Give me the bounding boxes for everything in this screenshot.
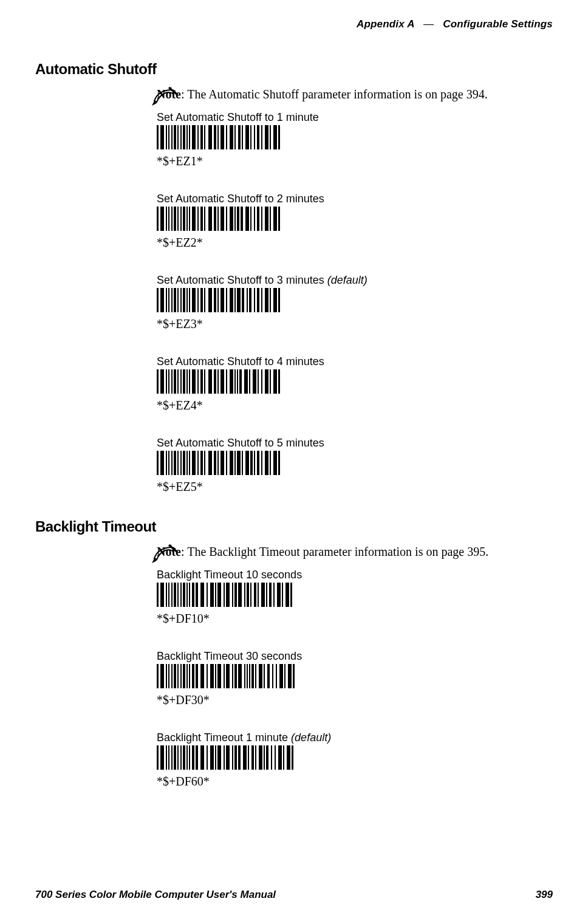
svg-rect-137	[160, 451, 164, 475]
svg-rect-208	[290, 583, 292, 607]
svg-rect-20	[214, 125, 216, 149]
svg-rect-148	[197, 451, 199, 475]
svg-rect-151	[208, 451, 212, 475]
svg-rect-201	[261, 583, 265, 607]
svg-rect-58	[234, 207, 236, 231]
svg-rect-191	[224, 583, 225, 607]
svg-rect-237	[259, 664, 262, 688]
entry-code: *$+DF60*	[157, 775, 553, 789]
svg-rect-61	[245, 207, 249, 231]
svg-rect-163	[257, 451, 259, 475]
svg-rect-59	[237, 207, 239, 231]
svg-rect-213	[171, 664, 173, 688]
svg-rect-6	[166, 125, 167, 149]
svg-rect-107	[171, 369, 173, 394]
entry-code: *$+EZ3*	[157, 317, 553, 331]
svg-rect-231	[238, 664, 242, 688]
page-header: Appendix A — Configurable Settings	[35, 18, 553, 30]
svg-rect-274	[264, 745, 265, 770]
svg-rect-32	[261, 125, 262, 149]
svg-rect-144	[183, 451, 185, 475]
svg-rect-17	[200, 125, 203, 149]
svg-rect-205	[277, 583, 281, 607]
svg-rect-25	[234, 125, 236, 149]
svg-rect-53	[214, 207, 216, 231]
svg-rect-185	[196, 583, 198, 607]
svg-rect-234	[249, 664, 250, 688]
svg-rect-179	[177, 583, 179, 607]
svg-rect-66	[265, 207, 268, 231]
svg-rect-280	[287, 745, 290, 770]
svg-rect-233	[247, 664, 248, 688]
svg-rect-245	[293, 664, 295, 688]
svg-rect-246	[157, 745, 159, 770]
svg-rect-43	[177, 207, 179, 231]
svg-rect-254	[183, 745, 185, 770]
svg-rect-91	[234, 288, 236, 312]
svg-rect-281	[292, 745, 293, 770]
svg-rect-202	[266, 583, 267, 607]
svg-rect-5	[160, 125, 164, 149]
svg-rect-124	[234, 369, 236, 394]
svg-rect-273	[259, 745, 262, 770]
svg-rect-261	[210, 745, 214, 770]
svg-rect-264	[224, 745, 225, 770]
barcode-icon	[157, 369, 553, 394]
svg-rect-116	[200, 369, 203, 394]
section-title-automatic-shutoff: Automatic Shutoff	[35, 61, 553, 78]
svg-rect-109	[177, 369, 179, 394]
svg-rect-262	[215, 745, 216, 770]
svg-rect-241	[276, 664, 277, 688]
svg-rect-110	[180, 369, 182, 394]
svg-rect-38	[160, 207, 164, 231]
svg-rect-162	[254, 451, 255, 475]
svg-rect-127	[244, 369, 248, 394]
page: Appendix A — Configurable Settings Autom…	[0, 0, 588, 924]
svg-rect-197	[247, 583, 249, 607]
svg-rect-119	[214, 369, 216, 394]
svg-rect-117	[204, 369, 205, 394]
svg-rect-90	[230, 288, 233, 312]
svg-rect-33	[265, 125, 268, 149]
svg-rect-223	[207, 664, 208, 688]
svg-rect-211	[166, 664, 167, 688]
svg-rect-160	[245, 451, 249, 475]
svg-rect-139	[168, 451, 169, 475]
svg-rect-215	[177, 664, 179, 688]
svg-rect-63	[254, 207, 255, 231]
entry-label: Set Automatic Shutoff to 1 minute	[157, 111, 553, 124]
svg-rect-175	[166, 583, 167, 607]
svg-rect-225	[215, 664, 216, 688]
entry-code: *$+EZ5*	[157, 480, 553, 494]
svg-rect-95	[249, 288, 251, 312]
entry-label: Set Automatic Shutoff to 4 minutes	[157, 355, 553, 368]
svg-rect-214	[174, 664, 176, 688]
svg-rect-55	[220, 207, 224, 231]
svg-rect-130	[258, 369, 259, 394]
svg-line-172	[175, 550, 176, 551]
barcode-icon	[157, 125, 553, 149]
entry-code: *$+DF10*	[157, 612, 553, 626]
entry-code: *$+EZ2*	[157, 236, 553, 250]
svg-rect-10	[177, 125, 179, 149]
header-appendix: Appendix A	[357, 18, 414, 30]
svg-rect-106	[168, 369, 169, 394]
svg-rect-132	[265, 369, 268, 394]
svg-rect-49	[197, 207, 199, 231]
svg-rect-51	[204, 207, 205, 231]
entry-code: *$+EZ4*	[157, 399, 553, 412]
svg-rect-255	[186, 745, 188, 770]
note-text: Note: The Backlight Timeout parameter in…	[157, 544, 488, 560]
svg-rect-57	[230, 207, 233, 231]
entry-code: *$+DF30*	[157, 693, 553, 707]
svg-rect-129	[253, 369, 256, 394]
svg-rect-156	[230, 451, 233, 475]
svg-rect-12	[183, 125, 185, 149]
svg-rect-189	[215, 583, 216, 607]
svg-rect-265	[226, 745, 230, 770]
svg-rect-16	[197, 125, 199, 149]
barcode-icon	[157, 288, 553, 312]
svg-rect-271	[251, 745, 254, 770]
svg-rect-204	[273, 583, 275, 607]
svg-rect-36	[278, 125, 280, 149]
